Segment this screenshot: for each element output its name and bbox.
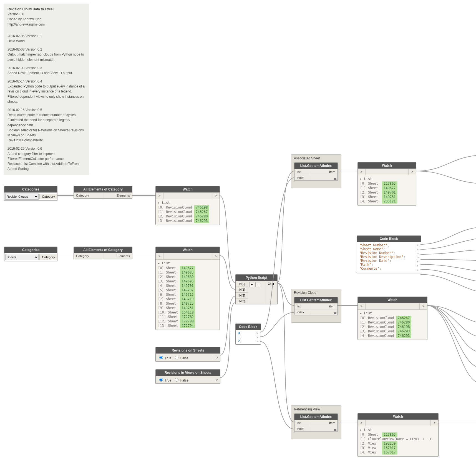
node-getitem-assoc[interactable]: List.GetItemAtIndex list item index: [294, 162, 338, 181]
node-watch-revcloud[interactable]: Watch >> ▸ List [0] RevisionCloud 746267…: [357, 297, 427, 340]
node-watch-refview[interactable]: Watch >> ▸ List [0] Sheet 217863 [1] Flo…: [357, 413, 439, 457]
node-python-script[interactable]: Python Script IN[0]IN[1]IN[2]IN[3] + - O…: [235, 274, 278, 304]
expand-left-icon[interactable]: >: [156, 193, 163, 199]
python-in-port[interactable]: IN[2]: [236, 293, 248, 299]
node-codeblock-index[interactable]: Code Block 0;1;2; >>>: [235, 323, 261, 345]
categories-dropdown-1[interactable]: RevisionClouds: [5, 194, 39, 200]
python-in-port[interactable]: IN[3]: [236, 299, 248, 304]
node-all-elements-1[interactable]: All Elements of Category Category Elemen…: [74, 186, 132, 199]
python-add-port-button[interactable]: +: [249, 282, 254, 287]
pin-icon: [334, 312, 336, 314]
expand-right-icon[interactable]: >: [212, 193, 220, 199]
python-out-port[interactable]: OUT: [265, 281, 277, 304]
note-panel: Revision Cloud Data to Excel Version 0.6…: [4, 4, 89, 175]
note-changelog: 2016-02-06 Version 0.1Hello World2016-02…: [7, 31, 85, 171]
radio-false-2[interactable]: False: [173, 377, 188, 382]
node-watch-revclouds[interactable]: Watch >> ▸ List [0] RevisionCloud 746198…: [155, 186, 220, 225]
python-in-port[interactable]: IN[0]: [236, 281, 248, 287]
node-watch-assoc[interactable]: Watch >> ▸ List [0] Sheet 217863 [1] She…: [357, 162, 416, 205]
node-categories-revisionclouds[interactable]: Categories RevisionClouds Category: [4, 186, 57, 201]
node-revisions-in-views[interactable]: Revisions in Views on Sheets True False …: [155, 369, 220, 384]
node-watch-sheets[interactable]: Watch >> ▸ List [0] Sheet 149677 [1] She…: [155, 247, 220, 330]
radio-true-2[interactable]: True: [158, 377, 171, 382]
categories-dropdown-2[interactable]: Sheets: [5, 254, 39, 260]
node-all-elements-2[interactable]: All Elements of Category Category Elemen…: [74, 247, 132, 259]
node-categories-sheets[interactable]: Categories Sheets Category: [4, 247, 57, 261]
python-in-port[interactable]: IN[1]: [236, 287, 248, 293]
node-getitem-refview[interactable]: List.GetItemAtIndex listitem index: [294, 413, 338, 432]
python-remove-port-button[interactable]: -: [255, 282, 260, 287]
node-codeblock-labels[interactable]: Code Block "Sheet Number";"Sheet Name";"…: [357, 235, 421, 273]
node-getitem-revcloud[interactable]: List.GetItemAtIndex listitem index: [294, 297, 338, 315]
radio-false-1[interactable]: False: [173, 355, 188, 360]
radio-true-1[interactable]: True: [158, 355, 171, 360]
pin-icon: [334, 178, 336, 180]
node-revisions-on-sheets[interactable]: Revisions on Sheets True False >: [155, 347, 220, 362]
pin-icon: [334, 429, 336, 431]
